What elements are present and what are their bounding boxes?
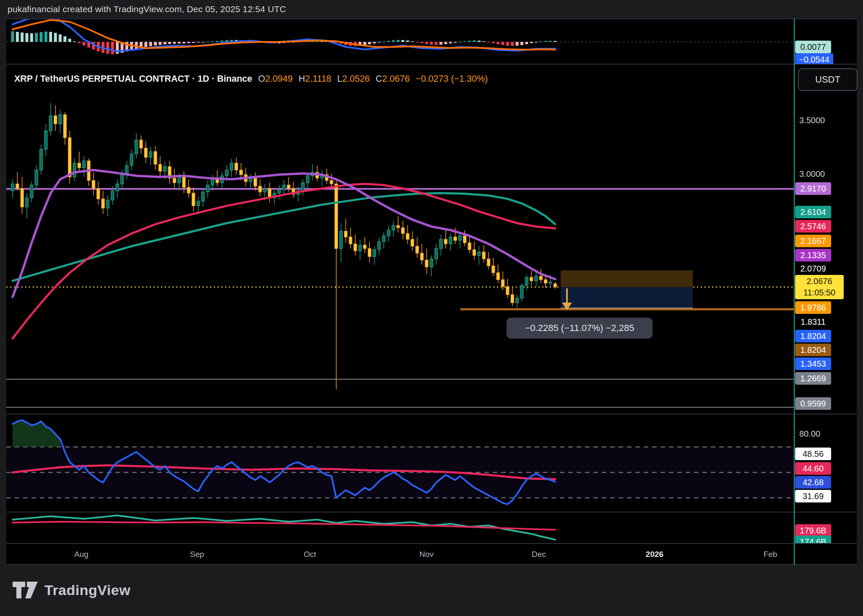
volume-value-label: 174.6B (795, 536, 831, 543)
symbol-description[interactable]: XRP / TetherUS PERPETUAL CONTRACT · 1D ·… (14, 74, 252, 84)
ohlc-key: L (337, 74, 342, 84)
bar-countdown: 11:05:50 (795, 287, 844, 298)
time-axis-month-label: 2026 (646, 550, 663, 559)
ohlc-value: 2.0676 (382, 74, 410, 84)
price-axis-label: 31.69 (795, 490, 831, 502)
measure-tooltip: −0.2285 (−11.07%) −2,285 (507, 318, 652, 339)
price-axis-label: 1.8311 (795, 316, 831, 328)
price-axis-label: 2.1335 (795, 249, 831, 261)
time-axis-month-label: Feb (764, 550, 777, 559)
price-axis-label: 1.9786 (795, 301, 831, 314)
volume-pane[interactable] (13, 515, 555, 540)
current-price-value: 2.0676 (795, 276, 844, 287)
currency-toggle-button[interactable]: USDT (798, 68, 858, 91)
ohlc-key: O (258, 74, 265, 84)
ohlc-key: C (376, 74, 382, 84)
price-axis-label: 2.5746 (795, 220, 831, 233)
tradingview-logo[interactable]: TradingView (13, 582, 130, 598)
change-value: −0.0273 (−1.30%) (416, 74, 488, 84)
position-drawing[interactable] (461, 270, 794, 310)
macd-value-label: 0.0077 (795, 41, 831, 53)
ohlc-value: 2.0949 (265, 74, 293, 84)
candlestick-series (11, 103, 557, 389)
price-axis-label: 0.9599 (795, 397, 831, 410)
ma-pink (13, 184, 555, 339)
tradingview-published-chart: pukafinancial created with TradingView.c… (0, 0, 863, 616)
ohlc-key: H (299, 74, 305, 84)
chart-canvas[interactable] (0, 0, 863, 616)
price-axis-tick: 3.5000 (799, 116, 825, 124)
price-axis-label: 2.1667 (795, 235, 831, 247)
time-axis-month-label: Nov (419, 550, 434, 559)
price-axis-label: 48.56 (795, 448, 831, 460)
macd-value-label: −0.0544 (795, 53, 833, 64)
price-axis-label: 1.8204 (795, 344, 831, 356)
price-axis-tick: 3.0000 (799, 170, 825, 178)
price-axis-label: 44.60 (795, 462, 831, 475)
axis-clip-region: 179.6B174.6B (794, 512, 863, 543)
price-axis-label: 1.2669 (795, 372, 831, 385)
price-axis-tick: 80.00 (799, 430, 820, 438)
price-axis-label: 42.68 (795, 476, 831, 489)
time-axis-month-label: Dec (532, 550, 546, 559)
price-axis-label: 1.3453 (795, 357, 831, 370)
rsi-pane[interactable] (6, 420, 794, 505)
ohlc-values: O2.0949H2.1118L2.0526C2.0676 (252, 74, 410, 84)
axis-clip-region: 0.0077−0.0544 (794, 19, 863, 64)
tradingview-logo-icon (13, 582, 39, 598)
price-axis-label: 2.9170 (795, 182, 831, 195)
current-price-label: 2.0676 11:05:50 (795, 275, 844, 299)
tradingview-logo-text: TradingView (44, 582, 130, 598)
price-axis-label: 2.0709 (795, 262, 831, 275)
stop-zone-box (561, 270, 693, 287)
macd-histogram (11, 31, 557, 54)
price-axis-label: 1.8204 (795, 330, 831, 342)
price-axis-label: 2.6104 (795, 206, 831, 218)
ohlc-value: 2.1118 (305, 74, 331, 84)
symbol-title-row[interactable]: XRP / TetherUS PERPETUAL CONTRACT · 1D ·… (14, 74, 488, 84)
time-axis-month-label: Oct (304, 550, 316, 559)
time-axis-month-label: Sep (190, 550, 204, 559)
ohlc-value: 2.0526 (342, 74, 370, 84)
volume-value-label: 179.6B (795, 524, 831, 537)
target-zone-box (561, 287, 693, 309)
time-axis-month-label: Aug (74, 550, 88, 559)
